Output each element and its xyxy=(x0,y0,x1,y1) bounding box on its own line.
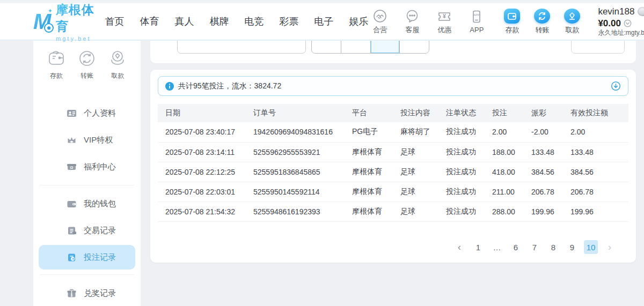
summary-text: 共计95笔投注，流水：3824.72 xyxy=(178,81,281,91)
withdraw-button[interactable]: 取款 xyxy=(560,9,584,35)
sidebar-item-wallet[interactable]: 我的钱包 xyxy=(39,190,135,217)
sidebar-quick-actions: 存款 转账 取款 xyxy=(33,41,141,86)
nav-sports[interactable]: 体育 xyxy=(140,15,159,28)
deposit-outline-icon xyxy=(46,48,67,69)
col-valid: 有效投注额 xyxy=(570,104,628,122)
cell-date: 2025-07-08 23:40:17 xyxy=(158,122,253,142)
transactions-icon xyxy=(67,226,77,236)
pagination-page-8[interactable]: 8 xyxy=(546,240,560,254)
sidebar-item-vip[interactable]: VIP特权 xyxy=(39,126,135,153)
table-row: 2025-07-08 22:12:25 5255951836845865 摩根体… xyxy=(158,162,628,182)
cell-valid: 2.00 xyxy=(570,122,628,142)
cell-status: 投注成功 xyxy=(446,182,492,201)
filter-search-button[interactable] xyxy=(507,41,563,54)
col-order: 订单号 xyxy=(253,104,352,122)
cell-date: 2025-07-08 22:03:01 xyxy=(158,182,253,201)
summary-bar: 共计95笔投注，流水：3824.72 xyxy=(158,76,628,96)
transfer-button[interactable]: 转账 xyxy=(530,9,554,35)
col-payout: 派彩 xyxy=(531,104,570,122)
handshake-icon xyxy=(373,9,387,24)
nav-home[interactable]: 首页 xyxy=(105,15,124,28)
sidebar-item-profile[interactable]: 个人资料 xyxy=(39,100,135,126)
table-header-row: 日期 订单号 平台 投注内容 注单状态 投注 派彩 有效投注额 xyxy=(158,104,628,122)
cell-status: 投注成功 xyxy=(446,122,492,142)
pagination-prev-button[interactable]: ‹ xyxy=(452,240,466,254)
cell-valid: 199.96 xyxy=(570,201,628,221)
pagination-page-7[interactable]: 7 xyxy=(528,240,541,254)
wallet-icon xyxy=(67,199,77,209)
cell-valid: 133.48 xyxy=(570,142,628,162)
nav-esports[interactable]: 电竞 xyxy=(244,15,264,28)
pagination-next-button[interactable]: › xyxy=(603,240,617,254)
cell-platform: PG电子 xyxy=(352,122,400,142)
cell-order: 5255948616192393 xyxy=(253,201,352,221)
vip-badge[interactable]: VIP0 xyxy=(638,7,644,16)
sidebar-transfer-button[interactable]: 转账 xyxy=(77,48,97,80)
nav-live[interactable]: 真人 xyxy=(174,15,194,28)
balance-expand-icon[interactable] xyxy=(624,19,632,27)
table-row: 2025-07-08 22:03:01 5255950145592114 摩根体… xyxy=(158,182,628,201)
cell-bet: 188.00 xyxy=(492,142,531,162)
cell-platform: 摩根体育 xyxy=(352,182,400,201)
svg-text:¥: ¥ xyxy=(443,13,447,19)
app-download-button[interactable]: APP APP xyxy=(465,9,488,34)
sidebar-item-redeem-records[interactable]: 兑 兑奖记录 xyxy=(39,280,135,306)
sidebar-item-transactions[interactable]: 交易记录 xyxy=(39,217,135,244)
nav-cards[interactable]: 棋牌 xyxy=(209,15,229,28)
filter-range-option-2[interactable] xyxy=(341,41,371,53)
transfer-outline-icon xyxy=(77,48,97,69)
sidebar: 存款 转账 取款 xyxy=(33,41,141,306)
filter-date-input[interactable] xyxy=(177,41,306,54)
filter-reset-button[interactable] xyxy=(571,41,625,54)
brand-logo-icon: M ✦ ⬟ xyxy=(33,9,53,34)
pagination-ellipsis[interactable]: … xyxy=(490,240,504,254)
nav-slots[interactable]: 电子 xyxy=(314,15,333,28)
nav-lottery[interactable]: 彩票 xyxy=(279,15,298,28)
cell-payout: 133.48 xyxy=(531,142,570,162)
cell-status: 投注成功 xyxy=(446,201,492,221)
partner-button[interactable]: 合营 xyxy=(368,9,392,35)
sidebar-deposit-button[interactable]: 存款 xyxy=(46,48,67,80)
cell-platform: 摩根体育 xyxy=(352,201,400,221)
bet-records-table: 日期 订单号 平台 投注内容 注单状态 投注 派彩 有效投注额 2025-07-… xyxy=(158,104,628,222)
pagination-page-1[interactable]: 1 xyxy=(471,240,485,254)
brand-subtitle: mgty.bet xyxy=(56,35,96,42)
bet-records-icon xyxy=(67,252,77,263)
cell-order: 5255951836845865 xyxy=(253,162,352,182)
cell-payout: 199.96 xyxy=(531,201,570,221)
deposit-button[interactable]: 存款 xyxy=(500,9,524,35)
cell-payout: 206.78 xyxy=(531,182,570,201)
user-info-block: kevin188 VIP0 ¥0.00 永久地址:mgty.bet xyxy=(598,6,644,37)
promo-button[interactable]: ¥ 优惠 xyxy=(433,9,456,35)
cell-payout: -2.00 xyxy=(531,122,570,142)
cell-date: 2025-07-08 23:14:11 xyxy=(158,142,253,162)
deposit-wallet-icon xyxy=(504,9,520,24)
pagination-page-6[interactable]: 6 xyxy=(509,240,523,254)
balance-amount: ¥0.00 xyxy=(598,18,621,29)
filter-range-segmented xyxy=(311,41,429,54)
svg-text:APP: APP xyxy=(473,13,480,17)
sidebar-item-bet-records[interactable]: 投注记录 xyxy=(39,245,135,270)
pagination-page-10[interactable]: 10 xyxy=(584,240,598,254)
cell-valid: 206.78 xyxy=(570,182,628,201)
table-row: 2025-07-08 23:14:11 5255962955553921 摩根体… xyxy=(158,142,628,162)
top-header: M ✦ ⬟ 摩根体育 mgty.bet 首页 体育 真人 棋牌 电竞 彩票 电子… xyxy=(0,0,644,40)
bet-records-card: 共计95笔投注，流水：3824.72 日期 订单号 平台 投注内容 注单状态 投… xyxy=(150,70,636,263)
pagination: ‹ 1 … 6 7 8 9 10 › xyxy=(452,240,617,254)
sidebar-withdraw-button[interactable]: 取款 xyxy=(107,48,128,80)
pagination-page-9[interactable]: 9 xyxy=(565,240,579,254)
sidebar-item-benefits[interactable]: 福利中心 xyxy=(39,153,135,180)
transfer-arrows-icon xyxy=(534,9,550,24)
filter-range-option-3[interactable] xyxy=(371,41,400,53)
cell-bet: 2.00 xyxy=(492,122,531,142)
username[interactable]: kevin188 xyxy=(598,6,634,17)
brand-logo[interactable]: M ✦ ⬟ 摩根体育 mgty.bet xyxy=(33,2,96,42)
table-row: 2025-07-08 21:54:32 5255948616192393 摩根体… xyxy=(158,201,628,221)
summary-expand-icon[interactable] xyxy=(611,81,621,91)
nav-entertainment[interactable]: 娱乐 xyxy=(349,15,368,28)
filter-range-option-4[interactable] xyxy=(400,41,429,53)
filter-range-option-1[interactable] xyxy=(312,41,341,53)
cell-content: 麻将胡了 xyxy=(400,122,446,142)
cell-content: 足球 xyxy=(400,201,446,221)
support-button[interactable]: 客服 xyxy=(400,9,424,35)
